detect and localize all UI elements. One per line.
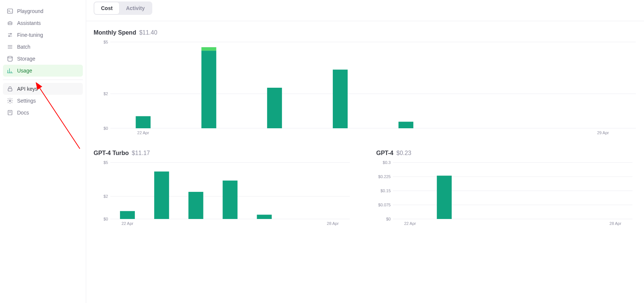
chart-amount: $11.17 (132, 150, 150, 157)
chart-title: GPT-4 (376, 150, 393, 157)
chart-bar[interactable] (267, 88, 282, 128)
svg-text:$5: $5 (104, 40, 108, 44)
chart-bar[interactable] (201, 47, 216, 51)
svg-point-3 (11, 23, 12, 24)
sidebar-item-storage[interactable]: Storage (3, 53, 83, 65)
chart-title: Monthly Spend (94, 29, 136, 36)
chart-title: GPT-4 Turbo (94, 150, 129, 157)
gear-icon (7, 97, 13, 104)
svg-rect-0 (7, 9, 13, 13)
app-root: Playground Assistants Fine-tuning Batch (0, 0, 644, 303)
sidebar-item-fine-tuning[interactable]: Fine-tuning (3, 29, 83, 41)
chart-bar[interactable] (201, 51, 216, 128)
sidebar-section-1: Playground Assistants Fine-tuning Batch (3, 5, 83, 77)
svg-rect-7 (8, 88, 12, 91)
sidebar-item-label: API keys (17, 86, 38, 92)
svg-text:$2: $2 (104, 194, 108, 199)
chart-canvas: $0$0.075$0.15$0.225$0.322 Apr28 Apr (376, 160, 644, 227)
tabs-row: Cost Activity (86, 1, 644, 21)
sidebar-divider (3, 80, 83, 80)
svg-point-2 (9, 23, 10, 24)
tabs-group: Cost Activity (94, 1, 152, 15)
chart-bar[interactable] (223, 181, 238, 219)
svg-text:$0: $0 (104, 126, 108, 130)
chart-amount: $0.23 (396, 150, 411, 157)
tab-activity[interactable]: Activity (119, 2, 152, 14)
svg-text:$0.225: $0.225 (378, 174, 391, 179)
sidebar-section-2: API keys Settings Docs (3, 83, 83, 119)
svg-point-8 (9, 100, 11, 102)
main-panel: Cost Activity Monthly Spend $11.40 $0$2$… (86, 0, 644, 303)
chart-bar[interactable] (333, 70, 348, 128)
chart-bar[interactable] (437, 175, 452, 219)
svg-text:28 Apr: 28 Apr (609, 221, 621, 226)
chart-gpt4: GPT-4 $0.23 $0$0.075$0.15$0.225$0.322 Ap… (376, 150, 644, 227)
chart-bar[interactable] (154, 171, 169, 219)
chart-bar[interactable] (399, 122, 413, 128)
svg-point-5 (9, 36, 10, 37)
sidebar: Playground Assistants Fine-tuning Batch (0, 0, 86, 303)
sliders-icon (7, 32, 13, 38)
chart-monthly-spend: Monthly Spend $11.40 $0$2$522 Apr29 Apr (94, 29, 644, 136)
tab-cost[interactable]: Cost (94, 2, 119, 14)
chart-canvas: $0$2$522 Apr29 Apr (94, 40, 644, 136)
sidebar-item-label: Usage (17, 68, 32, 74)
svg-text:$0.075: $0.075 (378, 203, 391, 207)
svg-text:22 Apr: 22 Apr (404, 221, 416, 226)
sidebar-item-batch[interactable]: Batch (3, 41, 83, 53)
svg-text:29 Apr: 29 Apr (597, 130, 609, 135)
sidebar-item-docs[interactable]: Docs (3, 107, 83, 119)
svg-text:$0.15: $0.15 (380, 188, 391, 193)
database-icon (7, 55, 13, 62)
svg-text:$0.3: $0.3 (383, 160, 391, 165)
svg-text:$2: $2 (104, 91, 108, 96)
sidebar-item-settings[interactable]: Settings (3, 95, 83, 107)
sidebar-item-usage[interactable]: Usage (3, 65, 83, 77)
book-icon (7, 109, 13, 116)
sidebar-item-label: Fine-tuning (17, 32, 43, 38)
svg-point-6 (8, 56, 12, 58)
sidebar-item-label: Batch (17, 44, 30, 50)
chart-gpt4-turbo: GPT-4 Turbo $11.17 $0$2$522 Apr28 Apr (94, 150, 361, 227)
lock-icon (7, 86, 13, 92)
chart-amount: $11.40 (139, 29, 157, 36)
sidebar-item-playground[interactable]: Playground (3, 5, 83, 17)
svg-text:$0: $0 (386, 217, 391, 221)
sidebar-item-assistants[interactable]: Assistants (3, 17, 83, 29)
svg-text:28 Apr: 28 Apr (327, 221, 339, 226)
sidebar-item-label: Playground (17, 8, 43, 14)
chart-canvas: $0$2$522 Apr28 Apr (94, 160, 361, 227)
chart-bar[interactable] (257, 215, 272, 219)
sidebar-item-label: Storage (17, 56, 35, 62)
svg-rect-1 (8, 22, 12, 25)
svg-text:22 Apr: 22 Apr (121, 221, 133, 226)
chart-bar[interactable] (188, 192, 203, 219)
svg-text:$0: $0 (104, 217, 108, 221)
svg-text:$5: $5 (104, 160, 108, 165)
sidebar-item-label: Settings (17, 98, 36, 104)
svg-text:22 Apr: 22 Apr (137, 130, 149, 135)
stack-icon (7, 43, 13, 50)
sidebar-item-api-keys[interactable]: API keys (3, 83, 83, 95)
content-area: Monthly Spend $11.40 $0$2$522 Apr29 Apr … (86, 21, 644, 241)
robot-icon (7, 20, 13, 26)
charts-row: GPT-4 Turbo $11.17 $0$2$522 Apr28 Apr GP… (94, 150, 644, 241)
chart-icon (7, 67, 13, 74)
chart-bar[interactable] (136, 116, 150, 128)
sidebar-item-label: Assistants (17, 20, 41, 26)
terminal-icon (7, 8, 13, 14)
chart-bar[interactable] (120, 211, 135, 219)
svg-point-4 (10, 33, 12, 35)
sidebar-item-label: Docs (17, 110, 29, 116)
